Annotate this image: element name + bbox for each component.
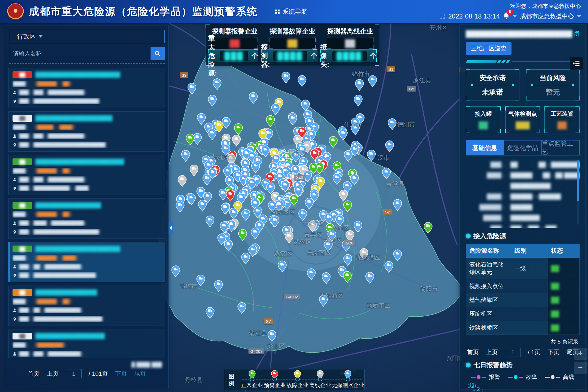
pager-prev[interactable]: 上页 — [47, 370, 59, 378]
person-icon — [13, 308, 17, 313]
stat-card: 探测器故障企业██ — [264, 24, 321, 48]
metric-box: 工艺装置██ — [544, 106, 580, 133]
counter-unit: 个 — [311, 51, 317, 60]
legend-label: 离线企业 — [309, 382, 331, 389]
list-item[interactable]: ███████████████████████：【██████ ─ ██】███… — [8, 198, 165, 239]
legend-ring — [250, 377, 254, 381]
legend-label: 无探测器企业 — [332, 382, 364, 389]
table-header: 危险源名称 — [466, 244, 512, 258]
org-name: 成都市应急救援中心 — [520, 12, 574, 20]
zoom-in-button[interactable]: + — [574, 348, 587, 360]
notification-bell[interactable]: 0 — [503, 12, 510, 21]
counter-unit: 个 — [370, 51, 376, 60]
company-list: ████████████████████████████：【██████ ─ █… — [5, 65, 169, 358]
location-icon — [13, 273, 17, 278]
list-item[interactable]: ██████████████████████：【██████ ─ ██】███：… — [8, 286, 165, 326]
legend-item: 正常企业 — [241, 369, 264, 390]
status-badge: ██ — [13, 202, 32, 209]
notification-badge: 0 — [506, 9, 514, 15]
collapse-info-button[interactable] — [570, 57, 583, 70]
basic-info-section: ███：██ ██：███████████████：██████ ██：██ █… — [466, 159, 580, 228]
pager-first[interactable]: 首页 — [28, 370, 40, 378]
tab-基础信息[interactable]: 基础信息 — [466, 140, 504, 155]
hazard-section-header: 接入危险源 — [466, 232, 580, 240]
table-row[interactable]: 燃气储罐区██ — [466, 293, 580, 307]
legend-series-报警: 报警 — [471, 373, 500, 381]
search-input[interactable] — [9, 47, 151, 60]
region-filter-value[interactable] — [50, 30, 164, 43]
pager-total: / 1页 — [528, 348, 540, 356]
status-box: 安全承诺未承诺 — [466, 69, 519, 100]
table-header: 级别 — [511, 244, 548, 258]
stats-panel: 探测器报警企业██探测器故障企业██探测器离线企业██ 重大危险源:███个探测… — [206, 24, 379, 66]
caret-down-icon[interactable] — [577, 15, 581, 17]
region-filter-label: 行政区 — [17, 32, 36, 41]
status-box-value: 暂无 — [526, 87, 579, 97]
sidebar-collapse-button[interactable] — [169, 221, 173, 235]
metric-box-value: ██ — [545, 121, 579, 129]
region-filter-dropdown[interactable]: 行政区 — [9, 30, 50, 43]
nav-system-menu[interactable]: 系统导航 — [275, 7, 307, 16]
info-row: ████：██████ ██：██ ██████ / — [466, 170, 580, 180]
fullscreen-icon[interactable] — [440, 14, 445, 19]
company-name: ███████████████████████ — [35, 159, 124, 165]
list-item[interactable]: ████████████████████████：【████████】███：█… — [8, 329, 165, 358]
search-button[interactable] — [151, 47, 165, 60]
counter-value: ███ — [220, 51, 248, 61]
legend-item: 离线企业 — [309, 369, 332, 390]
pager-next[interactable]: 下页 — [547, 348, 559, 356]
pager-last[interactable]: 尾页 — [134, 370, 146, 378]
table-row[interactable]: 视频接入点位██ — [466, 279, 580, 293]
caret-down-icon[interactable] — [513, 15, 517, 17]
stat-value: ██ — [212, 38, 258, 49]
pager-first[interactable]: 首页 — [467, 348, 479, 356]
list-item[interactable]: ████████████████████████████：【██████ ─ █… — [8, 242, 165, 282]
metric-box-value: ██ — [466, 121, 501, 129]
trend-chart: (起) 00.30.60.91.28-128-138-148-158-168-1… — [466, 382, 580, 392]
stat-label: 探测器故障企业 — [264, 27, 321, 36]
status-badge: ██ — [13, 289, 32, 296]
pager-prev[interactable]: 上页 — [486, 348, 498, 356]
table-row[interactable]: 铁路栈桥区██ — [466, 321, 580, 335]
tab-危险化学品[interactable]: 危险化学品 — [504, 140, 541, 155]
legend-series-离线: 离线 — [545, 373, 574, 381]
pager-total: / 101页 — [89, 370, 108, 378]
location-icon — [13, 186, 17, 191]
pager-page-input[interactable]: 1 — [66, 369, 82, 378]
legend-ring — [318, 377, 322, 381]
table-header: 状态 — [548, 244, 580, 258]
metric-box: 气体检测点███ — [505, 106, 540, 133]
table-row[interactable]: 压缩机区██ — [466, 307, 580, 321]
datetime-text: 2022-08-18 13:14 — [448, 13, 500, 20]
chart-y-axis-label: (起) — [467, 382, 476, 389]
status-badge: ██ — [13, 71, 32, 78]
section-bullet-icon — [466, 363, 471, 367]
info-scrollbar[interactable] — [577, 160, 579, 225]
status-box-value: 未承诺 — [466, 87, 519, 97]
pager-next[interactable]: 下页 — [115, 370, 127, 378]
map-zoom-controls: + − — [574, 348, 587, 376]
metric-box-value: ███ — [506, 121, 540, 129]
tab-重点监管工艺[interactable]: 重点监管工艺 — [542, 140, 580, 155]
pager-page-input[interactable]: 1 — [505, 348, 521, 357]
status-badge: ██ — [13, 333, 32, 339]
status-badge: ██ — [13, 158, 32, 165]
metric-box: 接入罐██ — [466, 106, 501, 133]
3d-tour-button[interactable]: 三维厂区巡查 — [466, 42, 512, 55]
info-row: █████：████████ — [466, 212, 580, 223]
list-item[interactable]: ████████████████████████████：【██████ ─ █… — [8, 68, 165, 108]
stat-counter: 摄像头:████个 — [320, 49, 377, 62]
legend-item: 故障企业 — [286, 369, 309, 390]
list-item[interactable]: █████████████████████████████：【██████ ─ … — [8, 155, 165, 195]
info-row: ██████：██████ — [466, 202, 580, 212]
legend-series-故障: 故障 — [508, 373, 537, 381]
counter-value: ████ — [332, 51, 367, 61]
counter-label: 探测器: — [261, 43, 270, 69]
table-row[interactable]: 液化石油气储罐区单元一级██ — [466, 258, 580, 279]
map-legend: 图例 正常企业预警企业故障企业离线企业无探测器企业 — [224, 369, 365, 390]
zoom-out-button[interactable]: − — [574, 362, 587, 374]
stat-value-text: ██ — [230, 39, 240, 48]
list-item[interactable]: ██████████████████████████：【█████ ─ ████… — [8, 111, 165, 152]
metric-box-label: 接入罐 — [466, 110, 501, 118]
legend-title: 图例 — [229, 373, 238, 387]
